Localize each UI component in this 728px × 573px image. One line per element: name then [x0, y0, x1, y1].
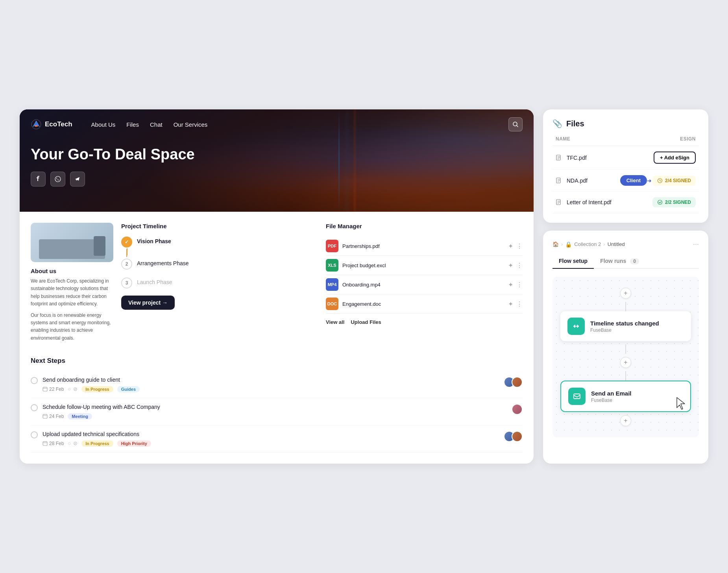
svg-point-11 [658, 200, 662, 205]
view-project-button[interactable]: View project → [121, 296, 175, 310]
task-icons-1: ○ ⊘ [68, 386, 78, 392]
full-signed-badge: 2/2 SIGNED [652, 197, 696, 207]
add-esign-button[interactable]: + Add eSign [654, 152, 696, 164]
star-icon[interactable]: ✦ [508, 281, 513, 288]
nav-files[interactable]: Files [126, 121, 139, 128]
task-meta-1: 22 Feb ○ ⊘ In Progress Guides [42, 386, 499, 392]
task-checkbox-2[interactable] [31, 404, 38, 411]
nav-chat[interactable]: Chat [150, 121, 163, 128]
tab-flow-runs[interactable]: Flow runs 0 [594, 255, 645, 269]
more-icon[interactable]: ⋮ [516, 300, 523, 308]
task-checkbox-3[interactable] [31, 431, 38, 438]
svg-rect-6 [43, 442, 47, 445]
timeline-label-3: Launch Phase [137, 277, 172, 285]
file-doc-icon-3 [556, 199, 562, 205]
star-icon[interactable]: ✦ [508, 300, 513, 308]
star-icon[interactable]: ✦ [508, 242, 513, 250]
flow-tabs: Flow setup Flow runs 0 [552, 255, 699, 269]
content-section: About us We are EcoTech Corp, specializi… [20, 212, 534, 357]
svg-rect-5 [43, 414, 47, 418]
partial-signed-badge: 2/4 SIGNED [652, 176, 696, 186]
tag-in-progress-3: In Progress [81, 440, 113, 447]
nav-links: About Us Files Chat Our Services [91, 121, 208, 128]
file-actions-3[interactable]: ✦ ⋮ [508, 281, 523, 288]
more-icon[interactable]: ⋮ [516, 281, 523, 288]
tab-flow-setup[interactable]: Flow setup [552, 255, 594, 269]
flow-plus-bottom: + [560, 415, 691, 426]
task-item-3: Upload updated technical specifications … [31, 425, 523, 453]
task-avatars-2 [512, 404, 523, 415]
about-title: About us [31, 268, 113, 274]
file-row-2-wrapper: NDA.pdf Client 2/4 SIGNED ➜ [552, 170, 699, 192]
flow-node-1[interactable]: Timeline status changed FuseBase [560, 311, 691, 341]
home-icon[interactable]: 🏠 [552, 241, 559, 247]
flow-node-2-sub: FuseBase [591, 397, 632, 403]
files-panel: 📎 Files NAME ESIGN TFC.pdf + Add eSign N… [543, 109, 708, 223]
flow-connector-3 [625, 371, 626, 381]
nav-services[interactable]: Our Services [174, 121, 208, 128]
logo-text: EcoTech [45, 120, 72, 128]
next-steps-section: Next Steps Send onboarding guide to clie… [20, 357, 534, 464]
task-title-2: Schedule follow-Up meeting with ABC Comp… [42, 404, 507, 410]
more-icon[interactable]: ⋮ [516, 242, 523, 250]
timeline-dot-3: 3 [121, 277, 132, 288]
timeline-items: ✓ Vision Phase 2 Arrangements Phase 3 La… [121, 237, 318, 288]
whatsapp-icon[interactable] [50, 172, 65, 187]
logo: EcoTech [31, 119, 72, 130]
upload-files-link[interactable]: Upload Files [351, 319, 381, 325]
timeline-item-1: ✓ Vision Phase [121, 237, 318, 248]
avatar-3 [512, 404, 523, 415]
date-text-3: 28 Feb [49, 441, 64, 446]
search-button[interactable] [508, 117, 523, 131]
flow-canvas: + Timeline status changed FuseBase + [552, 277, 699, 437]
flow-connector-2 [625, 344, 626, 354]
file-item-1: PDF Partnerships.pdf ✦ ⋮ [326, 237, 523, 256]
file-icon-excel: XLS [326, 259, 338, 272]
about-card: About us We are EcoTech Corp, specializi… [31, 223, 113, 346]
timeline-title: Project Timeline [121, 223, 318, 229]
tag-guides-1: Guides [117, 386, 140, 392]
partial-signed-text: 2/4 SIGNED [665, 178, 691, 183]
task-meta-3: 28 Feb ○ ⊘ In Progress High Priority [42, 440, 499, 447]
file-actions-1[interactable]: ✦ ⋮ [508, 242, 523, 250]
avatar-2 [512, 377, 523, 388]
timeline-label-2: Arrangements Phase [137, 259, 189, 266]
more-icon[interactable]: ⋮ [516, 262, 523, 269]
task-avatars-1 [504, 377, 523, 388]
file-manager-title: File Manager [326, 223, 523, 229]
view-all-link[interactable]: View all [326, 319, 344, 325]
file-row-3: Letter of Intent.pdf 2/2 SIGNED [552, 192, 699, 213]
nav-about[interactable]: About Us [91, 121, 116, 128]
flow-plus-middle: + [560, 357, 691, 368]
task-date-1: 22 Feb [42, 386, 64, 392]
flow-node-2[interactable]: Send an Email FuseBase [560, 381, 691, 412]
col-esign-header: ESIGN [680, 136, 696, 142]
file-actions-2[interactable]: ✦ ⋮ [508, 262, 523, 269]
file-name-4: Engagement.doc [342, 301, 504, 307]
add-node-bottom-button[interactable]: + [620, 415, 631, 426]
col-name-header: NAME [556, 136, 570, 142]
task-avatars-3 [504, 431, 523, 442]
add-node-middle-button[interactable]: + [620, 357, 631, 368]
file-actions-4[interactable]: ✦ ⋮ [508, 300, 523, 308]
files-header: 📎 Files [552, 119, 699, 128]
tag-meeting: Meeting [68, 413, 92, 420]
flow-panel: 🏠 › 🔒 Collection 2 › Untitled ··· Flow s… [543, 231, 708, 464]
task-checkbox-1[interactable] [31, 377, 38, 384]
flow-node-1-icon [567, 318, 585, 335]
search-icon [512, 121, 519, 128]
files-panel-title: Files [566, 119, 584, 128]
attach-icon: ⊘ [73, 440, 78, 446]
timeline-spacer [121, 271, 318, 277]
svg-rect-12 [574, 394, 580, 399]
file-item-2: XLS Project budget.excl ✦ ⋮ [326, 256, 523, 275]
file-icon-doc: DOC [326, 298, 338, 310]
file-footer: View all Upload Files [326, 319, 523, 325]
star-icon[interactable]: ✦ [508, 262, 513, 269]
collection-label[interactable]: Collection 2 [574, 241, 601, 247]
more-options-icon[interactable]: ··· [693, 240, 699, 248]
untitled-label[interactable]: Untitled [608, 241, 625, 247]
facebook-icon[interactable] [31, 172, 46, 187]
add-node-top-button[interactable]: + [620, 288, 631, 299]
telegram-icon[interactable] [70, 172, 85, 187]
